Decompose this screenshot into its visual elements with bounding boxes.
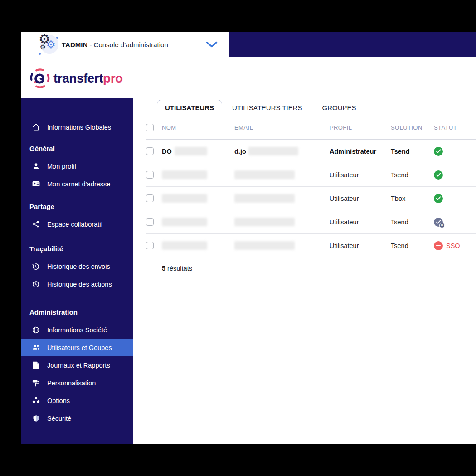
window-title-rest: - Console d’administration — [87, 41, 168, 49]
transfertpro-logo-icon — [29, 68, 50, 89]
results-label: résultats — [165, 265, 192, 272]
share-icon — [31, 220, 41, 228]
tadmin-console-tab[interactable]: ⚙ ⚙ ⚙ TADMIN - Console d’administration — [21, 32, 229, 57]
user-solution: Tsend — [391, 171, 434, 179]
gears-icon: ⚙ ⚙ ⚙ — [38, 33, 59, 56]
sidebar-item-label: Options — [47, 397, 70, 404]
sso-status-label: SSO — [446, 242, 460, 249]
redacted-email — [234, 170, 295, 179]
sidebar-section-partage: Partage — [21, 198, 133, 215]
transfertpro-wordmark: transfertpro — [53, 71, 123, 86]
status-active-icon — [434, 147, 443, 156]
chevron-down-icon[interactable] — [206, 41, 218, 48]
sidebar-item-label: Informations Société — [47, 326, 107, 334]
sidebar-item-utilisateurs-et-groupes[interactable]: Utilisateurs et Goupes — [21, 339, 133, 356]
main-content: UTILISATEURS UTILISATEURS TIERS GROUPES … — [133, 57, 476, 444]
column-header-solution: SOLUTION — [391, 124, 434, 131]
user-solution: Tsend — [391, 219, 434, 226]
wordmark-main: transfert — [53, 71, 103, 85]
user-solution: Tbox — [391, 195, 434, 202]
user-email: d.jo — [234, 148, 246, 155]
status-active-icon — [434, 170, 443, 180]
shield-icon — [31, 414, 41, 423]
table-row[interactable]: Utilisateur Tsend — [146, 163, 476, 187]
sidebar-item-informations-societe[interactable]: Informations Société — [21, 321, 133, 339]
redacted-name — [175, 147, 207, 155]
paint-roller-icon — [31, 379, 41, 387]
window-title: TADMIN - Console d’administration — [62, 41, 168, 49]
results-number: 5 — [162, 265, 165, 272]
table-row[interactable]: Utilisateur Tbox — [146, 187, 476, 210]
sidebar-item-label: Sécurité — [47, 415, 71, 422]
table-row[interactable]: Utilisateur Tsend ✕ — [146, 210, 476, 234]
row-checkbox[interactable] — [146, 218, 154, 226]
sidebar-item-options[interactable]: Options — [21, 392, 133, 409]
sidebar: Informations Globales Général Mon profil… — [21, 98, 133, 444]
sidebar-item-journaux-et-rapports[interactable]: Journaux et Rapports — [21, 356, 133, 374]
redacted-email — [248, 147, 298, 155]
cubes-icon — [31, 396, 41, 405]
redacted-name — [162, 170, 207, 179]
redacted-name — [162, 218, 207, 226]
window-title-brand: TADMIN — [62, 41, 87, 49]
tab-utilisateurs[interactable]: UTILISATEURS — [157, 100, 222, 116]
row-checkbox[interactable] — [146, 194, 154, 202]
sidebar-item-mon-carnet-adresse[interactable]: Mon carnet d’adresse — [21, 175, 133, 193]
top-navy-bar — [229, 32, 476, 57]
users-table: NOM EMAIL PROFIL SOLUTION STATUT DO d.jo… — [146, 116, 476, 257]
status-sso-icon — [434, 241, 443, 250]
sidebar-item-label: Utilisateurs et Goupes — [47, 344, 112, 351]
row-checkbox[interactable] — [146, 171, 154, 179]
table-row[interactable]: Utilisateur Tsend SSO — [146, 234, 476, 257]
sidebar-item-informations-globales[interactable]: Informations Globales — [21, 118, 133, 136]
history-icon — [31, 262, 41, 271]
history-icon — [31, 280, 41, 288]
tab-utilisateurs-tiers[interactable]: UTILISATEURS TIERS — [232, 100, 302, 116]
globe-icon — [31, 326, 41, 334]
status-disabled-icon: ✕ — [434, 218, 443, 227]
sidebar-item-historique-actions[interactable]: Historique des actions — [21, 275, 133, 293]
user-profil: Utilisateur — [330, 219, 391, 226]
user-profil: Utilisateur — [330, 195, 391, 202]
redacted-name — [162, 194, 207, 203]
row-checkbox[interactable] — [146, 242, 154, 249]
users-icon — [31, 343, 41, 352]
sidebar-item-historique-envois[interactable]: Historique des envois — [21, 257, 133, 275]
user-profil: Utilisateur — [330, 171, 391, 179]
sidebar-item-personnalisation[interactable]: Personnalisation — [21, 374, 133, 392]
sidebar-item-label: Journaux et Rapports — [47, 362, 110, 369]
sidebar-item-label: Espace collaboratif — [47, 221, 103, 228]
row-checkbox[interactable] — [146, 147, 154, 155]
redacted-email — [234, 218, 295, 226]
home-icon — [31, 123, 41, 131]
sidebar-item-label: Historique des actions — [47, 281, 112, 288]
user-solution: Tsend — [391, 242, 434, 249]
column-header-nom: NOM — [162, 124, 234, 131]
file-icon — [31, 361, 41, 369]
sidebar-item-espace-collaboratif[interactable]: Espace collaboratif — [21, 215, 133, 233]
sidebar-section-administration: Administration — [21, 303, 133, 321]
table-row[interactable]: DO d.jo Administrateur Tsend — [146, 140, 476, 163]
column-header-statut: STATUT — [434, 124, 476, 131]
select-all-checkbox[interactable] — [146, 124, 154, 131]
sidebar-item-label: Personnalisation — [47, 379, 96, 387]
table-header-row: NOM EMAIL PROFIL SOLUTION STATUT — [146, 116, 476, 140]
user-icon — [31, 162, 41, 170]
tab-groupes[interactable]: GROUPES — [322, 100, 356, 116]
redacted-email — [234, 194, 295, 203]
user-profil: Utilisateur — [330, 242, 391, 249]
sidebar-item-label: Mon profil — [47, 163, 76, 170]
column-header-profil: PROFIL — [330, 124, 391, 131]
sidebar-item-label: Mon carnet d’adresse — [47, 180, 110, 188]
sidebar-section-general: Général — [21, 140, 133, 157]
results-count: 5 résultats — [162, 265, 476, 272]
sidebar-item-label: Historique des envois — [47, 263, 110, 270]
redacted-name — [162, 241, 207, 250]
redacted-email — [234, 241, 295, 250]
column-header-email: EMAIL — [234, 124, 330, 131]
app-window: ⚙ ⚙ ⚙ TADMIN - Console d’administration … — [21, 32, 476, 444]
wordmark-accent: pro — [103, 71, 123, 85]
sidebar-item-mon-profil[interactable]: Mon profil — [21, 157, 133, 175]
sidebar-item-securite[interactable]: Sécurité — [21, 409, 133, 427]
sidebar-item-label: Informations Globales — [47, 124, 111, 131]
